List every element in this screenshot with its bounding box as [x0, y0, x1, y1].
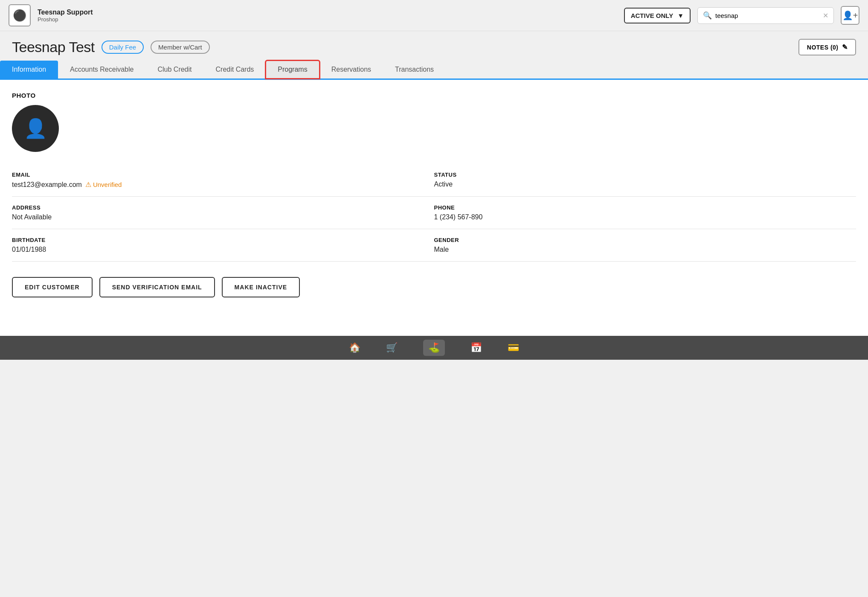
edit-icon: ✎	[842, 43, 848, 51]
unverified-badge: ⚠ Unverified	[85, 181, 122, 189]
email-label: EMAIL	[12, 172, 434, 178]
email-value-row: test123@example.com ⚠ Unverified	[12, 181, 434, 189]
daily-fee-tag[interactable]: Daily Fee	[102, 41, 144, 54]
photo-section-title: PHOTO	[12, 92, 856, 99]
footer-bar: 🏠 🛒 ⛳ 📅 💳	[0, 336, 868, 360]
birthdate-value: 01/01/1988	[12, 246, 434, 253]
email-value: test123@example.com	[12, 181, 82, 189]
make-inactive-button[interactable]: MAKE INACTIVE	[222, 277, 300, 297]
status-row: STATUS Active	[434, 164, 856, 197]
photo-placeholder[interactable]: 👤	[12, 105, 59, 152]
user-avatar-box: ⚫	[9, 4, 31, 26]
info-grid: EMAIL test123@example.com ⚠ Unverified S…	[12, 164, 856, 262]
phone-value: 1 (234) 567-890	[434, 213, 856, 221]
email-row: EMAIL test123@example.com ⚠ Unverified	[12, 164, 434, 197]
chevron-down-icon: ▼	[677, 12, 684, 19]
status-value: Active	[434, 181, 856, 188]
footer-calendar-icon[interactable]: 📅	[470, 342, 482, 353]
warning-icon: ⚠	[85, 181, 91, 189]
unverified-label: Unverified	[93, 181, 122, 188]
filter-dropdown[interactable]: ACTIVE ONLY ▼	[624, 8, 691, 23]
user-info: Teesnap Support Proshop	[38, 9, 93, 23]
birthdate-row: BIRTHDATE 01/01/1988	[12, 229, 434, 262]
gender-value: Male	[434, 246, 856, 253]
gender-label: GENDER	[434, 237, 856, 243]
status-label: STATUS	[434, 172, 856, 178]
action-buttons: EDIT CUSTOMER SEND VERIFICATION EMAIL MA…	[12, 277, 856, 297]
photo-icon: 👤	[24, 117, 47, 140]
search-box: 🔍 ✕	[697, 7, 834, 24]
send-verification-email-button[interactable]: SEND VERIFICATION EMAIL	[99, 277, 215, 297]
address-value: Not Available	[12, 213, 434, 221]
edit-customer-button[interactable]: EDIT CUSTOMER	[12, 277, 93, 297]
tab-accounts-receivable[interactable]: Accounts Receivable	[58, 61, 145, 79]
phone-row: PHONE 1 (234) 567-890	[434, 197, 856, 229]
close-icon[interactable]: ✕	[823, 12, 828, 20]
footer-home-icon[interactable]: 🏠	[349, 342, 360, 353]
search-input[interactable]	[715, 12, 819, 19]
footer-register-icon[interactable]: 💳	[508, 342, 519, 353]
member-cart-tag[interactable]: Member w/Cart	[151, 41, 210, 54]
birthdate-label: BIRTHDATE	[12, 237, 434, 243]
customer-header: Teesnap Test Daily Fee Member w/Cart NOT…	[0, 31, 868, 55]
notes-button[interactable]: NOTES (0) ✎	[798, 39, 856, 55]
top-header: ⚫ Teesnap Support Proshop ACTIVE ONLY ▼ …	[0, 0, 868, 31]
footer-cart-icon[interactable]: 🛒	[386, 342, 398, 353]
tabs-bar: Information Accounts Receivable Club Cre…	[0, 55, 868, 80]
gender-row: GENDER Male	[434, 229, 856, 262]
notes-label: NOTES (0)	[807, 44, 839, 51]
tab-programs[interactable]: Programs	[266, 61, 319, 79]
customer-name: Teesnap Test	[12, 39, 95, 55]
address-label: ADDRESS	[12, 204, 434, 211]
add-user-button[interactable]: 👤+	[841, 6, 859, 25]
main-content: PHOTO 👤 EMAIL test123@example.com ⚠ Unve…	[0, 80, 868, 336]
filter-label: ACTIVE ONLY	[631, 12, 673, 19]
user-name: Teesnap Support	[38, 9, 93, 16]
tab-reservations[interactable]: Reservations	[319, 61, 383, 79]
address-row: ADDRESS Not Available	[12, 197, 434, 229]
user-role: Proshop	[38, 16, 93, 23]
add-user-icon: 👤+	[842, 10, 858, 20]
phone-label: PHONE	[434, 204, 856, 211]
tab-club-credit[interactable]: Club Credit	[145, 61, 203, 79]
tab-credit-cards[interactable]: Credit Cards	[204, 61, 266, 79]
user-avatar-icon: ⚫	[13, 9, 26, 22]
tab-information[interactable]: Information	[0, 61, 58, 79]
footer-tee-icon[interactable]: ⛳	[423, 340, 445, 356]
search-icon: 🔍	[703, 11, 712, 20]
tab-transactions[interactable]: Transactions	[383, 61, 446, 79]
